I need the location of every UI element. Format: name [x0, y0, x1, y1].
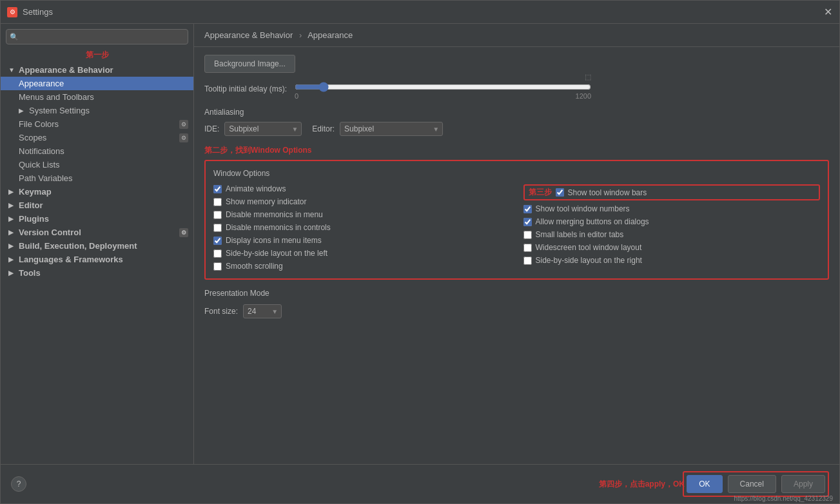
- checkbox-input-smooth-scrolling[interactable]: [213, 262, 222, 271]
- sidebar-item-appearance[interactable]: Appearance: [1, 77, 193, 90]
- main-content: 🔍 第一步 ▼Appearance & BehaviorAppearanceMe…: [1, 24, 839, 464]
- settings-window: ⚙ Settings ✕ 🔍 第一步 ▼Appearance & Behavio…: [0, 0, 840, 504]
- sidebar-item-build-execution[interactable]: ▶Build, Execution, Deployment: [1, 239, 193, 253]
- sidebar-item-keymap[interactable]: ▶Keymap: [1, 185, 193, 199]
- checkbox-side-left[interactable]: Side-by-side layout on the left: [213, 249, 511, 258]
- sidebar-item-editor[interactable]: ▶Editor: [1, 199, 193, 212]
- checkbox-label-allow-merging: Allow merging buttons on dialogs: [536, 217, 649, 226]
- checkbox-label-show-memory: Show memory indicator: [226, 197, 306, 206]
- background-image-button[interactable]: Background Image...: [204, 55, 295, 73]
- ide-aa-group: IDE: Subpixel Greyscale No antialiasing …: [204, 122, 302, 136]
- checkbox-input-allow-merging[interactable]: [523, 218, 532, 226]
- sidebar-item-label-version-control: Version Control: [19, 228, 81, 237]
- checkbox-show-tool-bars[interactable]: 第三步Show tool window bars: [523, 184, 821, 200]
- sidebar-item-label-appearance: Appearance: [19, 79, 64, 88]
- search-input[interactable]: [6, 29, 188, 44]
- font-size-select[interactable]: 24 16 20 28 32: [243, 304, 282, 318]
- help-button[interactable]: ?: [11, 476, 26, 492]
- checkbox-show-memory[interactable]: Show memory indicator: [213, 197, 511, 206]
- annotation-step1: 第一步: [1, 50, 193, 63]
- sidebar-item-menus-toolbars[interactable]: Menus and Toolbars: [1, 90, 193, 104]
- slider-min: 0: [295, 92, 298, 100]
- checkbox-label-animate-windows: Animate windows: [226, 184, 286, 193]
- antialiasing-row: IDE: Subpixel Greyscale No antialiasing …: [204, 122, 829, 136]
- checkbox-input-disable-mnemonics-controls[interactable]: [213, 224, 222, 232]
- sidebar-item-quick-lists[interactable]: Quick Lists: [1, 158, 193, 171]
- checkbox-input-show-tool-bars[interactable]: [556, 188, 564, 197]
- tooltip-delay-row: Tooltip initial delay (ms): ⬚ 0 1200: [204, 82, 829, 100]
- checkbox-label-display-icons: Display icons in menu items: [226, 236, 322, 245]
- action-buttons: OK Cancel Apply: [683, 471, 829, 497]
- cancel-button[interactable]: Cancel: [728, 475, 776, 493]
- sidebar-item-system-settings[interactable]: ▶System Settings: [1, 104, 193, 117]
- checkbox-widescreen[interactable]: Widescreen tool window layout: [523, 243, 821, 252]
- search-icon: 🔍: [10, 33, 19, 41]
- checkbox-allow-merging[interactable]: Allow merging buttons on dialogs: [523, 217, 821, 226]
- tooltip-delay-label: Tooltip initial delay (ms):: [204, 82, 287, 93]
- sidebar-item-file-colors[interactable]: File Colors⚙: [1, 117, 193, 131]
- checkbox-input-side-right[interactable]: [523, 257, 532, 265]
- antialiasing-label: Antialiasing: [204, 108, 829, 117]
- checkbox-display-icons[interactable]: Display icons in menu items: [213, 236, 511, 245]
- checkbox-input-show-tool-numbers[interactable]: [523, 205, 532, 213]
- checkbox-input-display-icons[interactable]: [213, 237, 222, 245]
- checkbox-smooth-scrolling[interactable]: Smooth scrolling: [213, 262, 511, 271]
- tree-arrow-plugins: ▶: [8, 215, 16, 222]
- sidebar: 🔍 第一步 ▼Appearance & BehaviorAppearanceMe…: [1, 24, 194, 464]
- checkbox-label-disable-mnemonics-menu: Disable mnemonics in menu: [226, 210, 323, 219]
- ide-aa-select[interactable]: Subpixel Greyscale No antialiasing: [224, 122, 302, 136]
- checkbox-input-small-labels[interactable]: [523, 231, 532, 239]
- checkbox-disable-mnemonics-menu[interactable]: Disable mnemonics in menu: [213, 210, 511, 219]
- sidebar-item-label-system-settings: System Settings: [29, 106, 90, 115]
- checkbox-label-smooth-scrolling: Smooth scrolling: [226, 262, 283, 271]
- sidebar-item-scopes[interactable]: Scopes⚙: [1, 131, 193, 144]
- apply-button[interactable]: Apply: [781, 475, 825, 493]
- checkbox-input-widescreen[interactable]: [523, 244, 532, 252]
- sidebar-item-tools[interactable]: ▶Tools: [1, 266, 193, 280]
- checkbox-side-right[interactable]: Side-by-side layout on the right: [523, 256, 821, 265]
- sidebar-item-appearance-behavior[interactable]: ▼Appearance & Behavior: [1, 63, 193, 77]
- editor-aa-select[interactable]: Subpixel Greyscale No antialiasing: [340, 122, 443, 136]
- search-box: 🔍: [6, 29, 188, 44]
- sidebar-item-path-variables[interactable]: Path Variables: [1, 171, 193, 185]
- tree-arrow-keymap: ▶: [8, 188, 16, 195]
- sidebar-item-label-scopes: Scopes: [19, 133, 46, 142]
- sidebar-item-languages-frameworks[interactable]: ▶Languages & Frameworks: [1, 253, 193, 266]
- editor-select-wrap: Subpixel Greyscale No antialiasing ▼: [340, 122, 443, 136]
- checkbox-disable-mnemonics-controls[interactable]: Disable mnemonics in controls: [213, 223, 511, 232]
- ok-button[interactable]: OK: [687, 475, 722, 493]
- checkbox-input-side-left[interactable]: [213, 249, 222, 258]
- settings-icon-scopes: ⚙: [179, 133, 188, 142]
- annotation-step4: 第四步，点击apply，OK: [599, 479, 685, 490]
- checkbox-input-show-memory[interactable]: [213, 198, 222, 206]
- tree-arrow-system-settings: ▶: [19, 107, 26, 114]
- checkbox-input-disable-mnemonics-menu[interactable]: [213, 211, 222, 219]
- ide-label: IDE:: [204, 124, 219, 133]
- checkbox-label-small-labels: Small labels in editor tabs: [536, 230, 624, 239]
- window-title: Settings: [23, 7, 823, 17]
- checkbox-label-side-right: Side-by-side layout on the right: [536, 256, 642, 265]
- sidebar-item-label-menus-toolbars: Menus and Toolbars: [19, 92, 94, 102]
- tree-arrow-tools: ▶: [8, 269, 16, 276]
- annotation-step2: 第二步，找到Window Options: [204, 145, 829, 156]
- sidebar-item-label-keymap: Keymap: [19, 187, 52, 197]
- checkbox-input-animate-windows[interactable]: [213, 185, 222, 193]
- sidebar-item-label-tools: Tools: [19, 268, 41, 278]
- tree-arrow-version-control: ▶: [8, 229, 16, 236]
- close-button[interactable]: ✕: [823, 7, 833, 17]
- sidebar-item-plugins[interactable]: ▶Plugins: [1, 212, 193, 226]
- checkbox-show-tool-numbers[interactable]: Show tool window numbers: [523, 204, 821, 213]
- tooltip-delay-slider[interactable]: [295, 82, 591, 92]
- sidebar-item-version-control[interactable]: ▶Version Control⚙: [1, 226, 193, 239]
- sidebar-item-notifications[interactable]: Notifications: [1, 144, 193, 158]
- right-checkboxes: 第三步Show tool window barsShow tool window…: [523, 184, 821, 271]
- font-size-label: Font size:: [204, 307, 238, 316]
- checkbox-small-labels[interactable]: Small labels in editor tabs: [523, 230, 821, 239]
- tree-arrow-languages-frameworks: ▶: [8, 256, 16, 263]
- checkbox-animate-windows[interactable]: Animate windows: [213, 184, 511, 193]
- sidebar-tree: ▼Appearance & BehaviorAppearanceMenus an…: [1, 63, 193, 280]
- content-area: Appearance & Behavior › Appearance Backg…: [194, 24, 839, 464]
- checkbox-label-widescreen: Widescreen tool window layout: [536, 243, 642, 252]
- slider-labels: 0 1200: [295, 92, 591, 100]
- settings-icon-file-colors: ⚙: [179, 120, 188, 129]
